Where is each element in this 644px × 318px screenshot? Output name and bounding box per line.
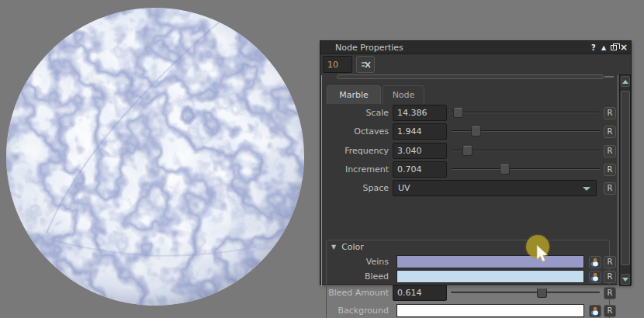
param-label: Increment	[320, 164, 393, 175]
param-row-increment: Increment R	[320, 161, 618, 178]
slider-handle[interactable]	[462, 146, 473, 156]
bleed-amount-value-field[interactable]	[393, 285, 447, 301]
increment-slider[interactable]	[451, 161, 600, 178]
reset-button[interactable]: R	[604, 126, 616, 138]
reset-button[interactable]: R	[604, 164, 616, 176]
param-row-octaves: Octaves R	[320, 123, 618, 140]
octaves-value-field[interactable]	[393, 123, 447, 140]
paint-ball-icon	[590, 306, 600, 316]
slider-track[interactable]	[451, 292, 600, 293]
node-properties-panel: Node Properties ? ▲ ×	[320, 40, 632, 285]
scale-value-field[interactable]	[393, 105, 447, 121]
color-picker-button[interactable]	[589, 271, 601, 283]
reset-button[interactable]: R	[604, 256, 616, 268]
param-row-space: Space UV R	[320, 180, 618, 196]
slider-handle[interactable]	[453, 108, 463, 118]
vertical-scrollbar[interactable]	[619, 74, 631, 286]
slider-handle[interactable]	[537, 288, 547, 298]
reset-button[interactable]: R	[604, 107, 616, 119]
param-label: Scale	[320, 108, 393, 118]
close-icon[interactable]: ×	[619, 43, 628, 52]
panel-title: Node Properties	[320, 43, 403, 53]
scroll-down-button[interactable]	[621, 274, 630, 285]
color-picker-button[interactable]	[589, 256, 601, 268]
slider-track[interactable]	[451, 150, 600, 151]
collapse-triangle-icon[interactable]: ▼	[331, 244, 336, 251]
horizontal-scrollbar[interactable]	[322, 74, 617, 80]
param-label: Bleed	[320, 271, 393, 282]
section-title: Color	[341, 242, 364, 252]
frequency-value-field[interactable]	[393, 143, 447, 159]
panel-titlebar[interactable]: Node Properties ? ▲ ×	[320, 41, 631, 54]
collapse-icon[interactable]: ▲	[599, 43, 608, 52]
param-label: Octaves	[320, 126, 393, 137]
space-dropdown[interactable]: UV	[393, 180, 597, 196]
clear-selection-button[interactable]	[356, 56, 375, 73]
reset-button[interactable]: R	[604, 271, 616, 283]
horizontal-scrollbar-thumb[interactable]	[337, 74, 604, 79]
properties-content: Marble Node Scale R Octaves	[320, 80, 632, 286]
slider-track[interactable]	[451, 112, 600, 113]
marble-sphere-preview	[0, 0, 320, 318]
help-icon[interactable]: ?	[589, 43, 598, 52]
param-label: Background	[320, 306, 393, 316]
frequency-slider[interactable]	[451, 143, 600, 159]
reset-button[interactable]: R	[604, 145, 616, 157]
color-section-header[interactable]: ▼ Color	[331, 242, 364, 252]
param-row-frequency: Frequency R	[320, 143, 618, 159]
vertical-scrollbar-thumb[interactable]	[621, 91, 630, 265]
color-row-background: Background R	[320, 304, 618, 317]
chevron-down-icon	[583, 187, 590, 191]
application-window: Node Properties ? ▲ ×	[0, 0, 644, 318]
node-index-field[interactable]	[323, 56, 352, 73]
param-row-scale: Scale R	[320, 105, 618, 121]
scale-slider[interactable]	[451, 105, 600, 121]
slider-track[interactable]	[451, 168, 600, 170]
bleed-amount-slider[interactable]	[451, 285, 600, 301]
bleed-color-swatch[interactable]	[396, 270, 584, 283]
param-label: Frequency	[320, 146, 393, 156]
paint-ball-icon	[590, 272, 600, 282]
tab-node[interactable]: Node	[383, 85, 424, 104]
param-label: Space	[320, 183, 393, 193]
mouse-cursor	[536, 245, 552, 266]
octaves-slider[interactable]	[451, 123, 600, 140]
param-label: Veins	[320, 257, 393, 267]
color-picker-button[interactable]	[589, 305, 601, 317]
param-label: Bleed Amount	[320, 288, 393, 298]
triangle-up-icon	[622, 80, 628, 84]
reset-button[interactable]: R	[604, 305, 616, 317]
param-row-bleed-amount: Bleed Amount R	[320, 285, 618, 301]
reset-button[interactable]: R	[604, 182, 616, 195]
slider-handle[interactable]	[471, 126, 481, 137]
scroll-up-button[interactable]	[621, 76, 630, 87]
remove-x-icon	[361, 60, 371, 69]
panel-toolbar	[320, 55, 631, 74]
reset-button[interactable]: R	[604, 287, 616, 299]
paint-ball-icon	[590, 258, 600, 267]
increment-value-field[interactable]	[393, 161, 447, 178]
float-window-icon[interactable]	[609, 43, 618, 52]
restore-icon	[611, 45, 617, 50]
triangle-down-icon	[622, 278, 628, 282]
titlebar-buttons: ? ▲ ×	[589, 43, 631, 52]
color-row-veins: Veins R	[320, 255, 618, 268]
3d-viewport[interactable]	[0, 0, 320, 318]
slider-handle[interactable]	[500, 164, 510, 175]
background-color-swatch[interactable]	[396, 304, 584, 317]
space-selected-value: UV	[398, 183, 410, 193]
tab-marble[interactable]: Marble	[327, 85, 381, 104]
veins-color-swatch[interactable]	[396, 255, 584, 268]
scrollbar-corner-dash	[604, 76, 614, 78]
color-row-bleed: Bleed R	[320, 270, 618, 283]
arrow-cursor-icon	[536, 245, 552, 264]
